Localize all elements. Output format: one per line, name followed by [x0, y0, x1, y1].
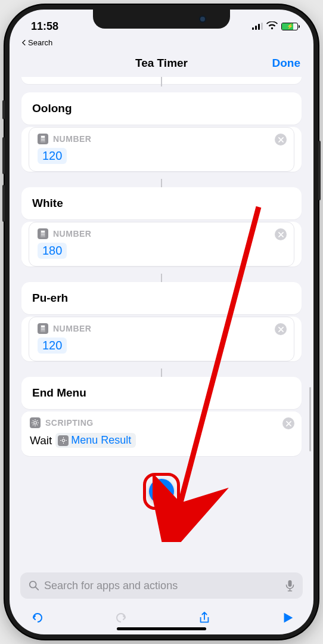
menu-case-puerh[interactable]: Pu-erh — [21, 282, 302, 314]
calculator-icon — [38, 134, 48, 144]
svg-point-23 — [44, 329, 44, 330]
breadcrumb-back[interactable]: Search — [10, 38, 313, 49]
page-title: Tea Timer — [135, 57, 188, 70]
svg-point-4 — [44, 138, 44, 139]
nav-bar: Tea Timer Done — [10, 49, 313, 77]
svg-point-12 — [44, 233, 44, 234]
number-value[interactable]: 120 — [38, 148, 67, 164]
search-input[interactable]: Search for apps and actions — [20, 572, 303, 599]
action-type-label: SCRIPTING — [45, 418, 94, 428]
number-value[interactable]: 180 — [38, 243, 67, 259]
delete-action-button[interactable] — [275, 134, 287, 145]
wait-action-card[interactable]: SCRIPTING Wait Menu Result — [21, 411, 302, 456]
action-type-label: NUMBER — [53, 134, 91, 144]
svg-line-29 — [33, 420, 33, 421]
microphone-icon[interactable] — [285, 580, 294, 592]
svg-point-19 — [42, 328, 43, 329]
svg-line-40 — [36, 587, 38, 590]
action-type-label: NUMBER — [53, 229, 91, 239]
svg-point-7 — [44, 140, 44, 140]
number-action-card[interactable]: NUMBER 120 — [21, 317, 302, 361]
svg-rect-1 — [41, 136, 45, 138]
svg-point-22 — [42, 329, 43, 330]
gear-icon — [30, 417, 41, 428]
cell-signal-icon — [252, 23, 263, 30]
case-title: White — [21, 187, 302, 219]
menu-case-white[interactable]: White — [21, 187, 302, 219]
svg-rect-41 — [288, 580, 292, 587]
calculator-icon — [38, 228, 48, 239]
menu-case-oolong[interactable]: Oolong — [21, 92, 302, 125]
wait-prefix: Wait — [30, 434, 52, 447]
svg-point-24 — [34, 422, 37, 425]
delete-action-button[interactable] — [282, 417, 294, 429]
add-action-button[interactable] — [149, 479, 174, 504]
svg-point-13 — [41, 234, 42, 235]
svg-point-3 — [42, 138, 43, 139]
wifi-icon — [266, 21, 278, 32]
end-menu-card[interactable]: End Menu — [21, 377, 302, 409]
number-action-card[interactable]: NUMBER 120 — [21, 127, 302, 172]
delete-action-button[interactable] — [275, 323, 287, 335]
svg-point-2 — [41, 138, 42, 139]
svg-point-10 — [41, 233, 42, 234]
home-indicator[interactable] — [117, 627, 206, 630]
svg-point-14 — [42, 234, 43, 235]
case-title: Oolong — [21, 92, 302, 125]
svg-rect-9 — [41, 231, 45, 233]
svg-point-39 — [30, 581, 36, 588]
search-icon — [29, 580, 39, 591]
search-placeholder: Search for apps and actions — [44, 580, 281, 592]
redo-button — [113, 610, 129, 626]
run-button[interactable] — [280, 610, 296, 626]
breadcrumb-label: Search — [28, 38, 52, 47]
case-title: Pu-erh — [21, 282, 302, 314]
end-menu-label: End Menu — [21, 377, 302, 409]
svg-point-6 — [42, 140, 43, 140]
status-time: 11:58 — [31, 20, 58, 33]
delete-action-button[interactable] — [275, 228, 287, 240]
svg-point-20 — [44, 328, 44, 329]
svg-line-31 — [37, 420, 38, 421]
variable-token-menu-result[interactable]: Menu Result — [55, 433, 136, 448]
calculator-icon — [38, 323, 48, 334]
svg-point-33 — [62, 439, 64, 441]
svg-rect-17 — [41, 326, 45, 327]
action-type-label: NUMBER — [53, 324, 91, 333]
share-button[interactable] — [197, 610, 212, 626]
svg-point-18 — [41, 328, 42, 329]
gear-icon — [58, 435, 69, 446]
svg-point-21 — [41, 329, 42, 330]
svg-line-32 — [33, 425, 33, 425]
scroll-indicator[interactable] — [309, 387, 311, 451]
svg-point-5 — [41, 140, 42, 140]
number-action-card[interactable]: NUMBER 180 — [21, 222, 302, 267]
battery-icon: ⚡ — [281, 23, 298, 30]
undo-button[interactable] — [30, 610, 45, 626]
annotation-highlight — [143, 473, 180, 510]
done-button[interactable]: Done — [272, 57, 301, 70]
svg-line-30 — [37, 425, 38, 425]
svg-point-15 — [44, 234, 44, 235]
svg-point-11 — [42, 233, 43, 234]
number-value[interactable]: 120 — [38, 338, 67, 354]
